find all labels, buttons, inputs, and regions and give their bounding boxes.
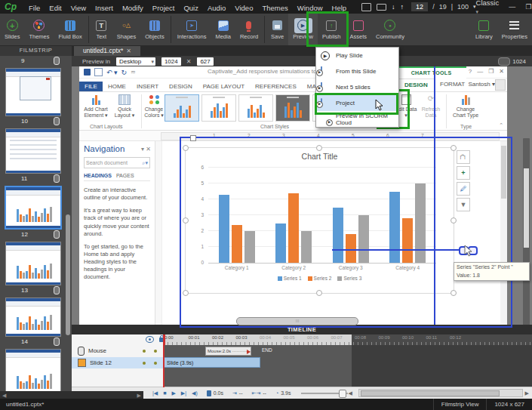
status-view-mode[interactable]: Filmstrip View — [433, 399, 487, 410]
timeline-zoom-slider[interactable] — [301, 393, 348, 394]
menu-help[interactable]: Help — [328, 4, 352, 12]
screen-icon[interactable] — [361, 3, 371, 11]
playhead[interactable] — [163, 334, 165, 387]
menu-insert[interactable]: Insert — [91, 4, 118, 12]
objects-button[interactable]: Objects — [140, 14, 168, 45]
word-winctl[interactable]: — — [477, 68, 483, 75]
chart-style-1[interactable] — [165, 94, 199, 122]
down-arrow-icon[interactable]: ↓ — [392, 3, 395, 11]
slide-thumbnail-15[interactable] — [5, 349, 61, 391]
menu-item-project[interactable]: ▶Project — [316, 95, 398, 111]
highlight-box-object[interactable] — [180, 137, 512, 328]
menu-file[interactable]: File — [24, 4, 45, 12]
menu-item-preview-in-scorm-cloud[interactable]: ▶Preview in SCORM Cloud — [316, 111, 398, 127]
menu-quiz[interactable]: Quiz — [179, 4, 203, 12]
fluid-box-button[interactable]: Fluid Box — [54, 14, 87, 45]
play-icon[interactable]: ▶ — [171, 390, 175, 396]
community-button[interactable]: ●Community — [371, 14, 409, 45]
filmstrip-scrollbar[interactable] — [66, 214, 70, 335]
track-mouse[interactable]: Mouse — [72, 345, 163, 356]
chart-style-2[interactable] — [201, 94, 236, 122]
up-arrow-icon[interactable]: ↑ — [401, 3, 404, 11]
stop-icon[interactable]: ■ — [163, 390, 166, 396]
library-button[interactable]: Library — [471, 14, 497, 45]
menu-project[interactable]: Project — [148, 4, 180, 12]
change-colors-button[interactable]: Change Colors ▾ — [143, 94, 165, 119]
menu-edit[interactable]: Edit — [45, 4, 66, 12]
word-winctl[interactable]: ✕ — [499, 68, 504, 75]
slide-label-10[interactable]: 10 — [0, 116, 72, 125]
scroll-right-icon[interactable]: ▶ — [525, 390, 529, 396]
filmstrip-panel-header[interactable]: FILMSTRIP — [0, 45, 72, 56]
search-document-input[interactable]: Search document ⌕▾ — [84, 157, 150, 168]
preview-button[interactable]: ▶Preview — [288, 14, 318, 45]
undo-icon[interactable]: ↶ ▾ — [106, 69, 118, 76]
menu-view[interactable]: View — [66, 4, 91, 12]
maximize-button[interactable]: ❐ — [523, 3, 532, 11]
interactions-button[interactable]: ➤Interactions — [173, 14, 211, 45]
slide-label-9[interactable]: 9 — [0, 56, 72, 65]
current-slide-field[interactable]: 12 — [411, 2, 428, 11]
shapes-button[interactable]: ○△Shapes — [112, 14, 140, 45]
timeline-scrollbar[interactable] — [358, 389, 523, 397]
stage-height-field[interactable]: 627 — [197, 57, 213, 66]
publish-button[interactable]: ↑Publish — [318, 14, 346, 45]
record-button[interactable]: Record — [235, 14, 263, 45]
go-to-end-icon[interactable]: ▶| — [181, 390, 186, 396]
eye-icon[interactable] — [146, 336, 154, 343]
menu-audio[interactable]: Audio — [203, 4, 230, 12]
tab-home[interactable]: HOME — [103, 82, 131, 91]
tab-page-layout[interactable]: PAGE LAYOUT — [198, 82, 250, 91]
slide-thumbnail-11[interactable] — [5, 128, 61, 174]
tab-insert[interactable]: INSERT — [131, 82, 164, 91]
tab-chart-format[interactable]: FORMAT — [434, 79, 471, 91]
text-button[interactable]: TText — [91, 14, 112, 45]
slide-timeline-bar[interactable]: Slide (3.9s) — [163, 357, 260, 368]
quick-layout-button[interactable]: Quick Layout ▾ — [112, 94, 137, 119]
qat-more-icon[interactable]: ≂ — [131, 69, 136, 76]
change-chart-type-button[interactable]: Change Chart Type — [451, 94, 481, 119]
word-save-icon[interactable] — [94, 68, 103, 76]
menu-item-from-this-slide[interactable]: ▶From this Slide — [316, 63, 398, 79]
audio-icon[interactable]: ◀) — [192, 390, 198, 396]
slide-label-11[interactable]: 11 — [0, 174, 72, 183]
menu-window[interactable]: Window — [293, 4, 328, 12]
tab-references[interactable]: REFERENCES — [250, 82, 302, 91]
properties-button[interactable]: Properties — [497, 14, 532, 45]
stage-hscrollbar[interactable]: ⁞⁞⁞ — [236, 317, 358, 325]
mouse-path-line[interactable] — [332, 249, 460, 251]
tab-file[interactable]: FILE — [79, 82, 103, 91]
chart-style-4[interactable] — [275, 94, 310, 122]
mouse-timeline-bar[interactable]: Mouse:2.0s ············· — [205, 347, 251, 356]
slide-thumbnail-14[interactable] — [5, 297, 61, 337]
timeline-ruler[interactable]: 0:0000:0100:0200:0300:0400:0500:0600:070… — [163, 334, 532, 346]
menu-video[interactable]: Video — [230, 4, 257, 12]
menu-item-play-slide[interactable]: ▶Play Slide — [316, 48, 398, 63]
slide-label-13[interactable]: 13 — [0, 285, 72, 294]
go-to-start-icon[interactable]: |◀ — [152, 390, 158, 396]
track-slide[interactable]: Slide 12 — [72, 357, 163, 368]
menu-item-next-5-slides[interactable]: ▶Next 5 slides — [316, 79, 398, 95]
minimize-button[interactable]: — — [506, 3, 518, 11]
mail-icon[interactable] — [377, 4, 386, 11]
themes-button[interactable]: Themes — [24, 14, 54, 45]
collapse-ribbon-icon[interactable]: ⌃ — [499, 122, 503, 128]
word-user-name[interactable]: Santosh ▾ — [468, 81, 495, 88]
slide-thumbnail-12[interactable] — [5, 186, 62, 230]
slide-thumbnail-10[interactable] — [5, 68, 61, 116]
stage-vscrollbar[interactable] — [523, 138, 530, 327]
add-chart-element-button[interactable]: Add Chart Element ▾ — [82, 94, 109, 119]
slides-button[interactable]: +Slides — [0, 14, 24, 45]
tab-design[interactable]: DESIGN — [164, 82, 198, 91]
chart-style-3[interactable] — [238, 94, 273, 122]
scroll-left-icon[interactable]: ◀ — [348, 390, 352, 396]
workspace-selector[interactable]: Classic ▾ — [476, 0, 502, 15]
close-tab-icon[interactable]: ✕ — [126, 48, 131, 54]
word-winctl[interactable]: ❐ — [488, 68, 494, 75]
zoom-level[interactable]: 100 — [457, 3, 469, 11]
width-marker[interactable]: 1024 — [498, 57, 526, 66]
nav-tab-pages[interactable]: PAGES — [116, 173, 134, 178]
save-button[interactable]: Save — [266, 14, 288, 45]
slide-label-12[interactable]: 12 — [0, 230, 72, 239]
search-icon[interactable]: ⌕▾ — [143, 160, 148, 166]
